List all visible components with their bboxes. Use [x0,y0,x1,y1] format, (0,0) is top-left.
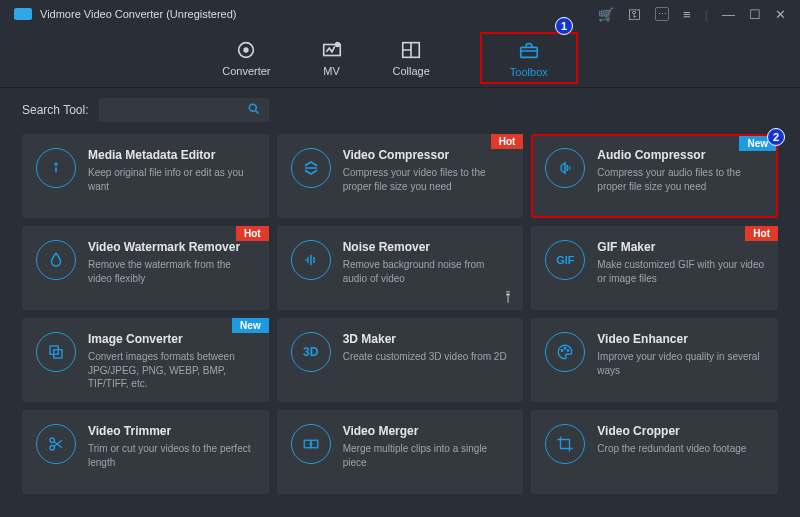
merge-icon [291,424,331,464]
card-desc: Remove the watermark from the video flex… [88,258,257,285]
feedback-icon[interactable]: ⋯ [655,7,669,21]
card-video-merger[interactable]: Video Merger Merge multiple clips into a… [277,410,524,494]
card-title: Video Cropper [597,424,766,438]
card-desc: Convert images formats between JPG/JPEG,… [88,350,257,388]
search-label: Search Tool: [22,103,89,117]
scroll-top-icon[interactable]: ⭱ [502,289,515,304]
svg-rect-5 [521,47,538,57]
card-desc: Remove background noise from audio of vi… [343,258,512,285]
cart-icon[interactable]: 🛒 [598,7,614,22]
card-video-trimmer[interactable]: Video Trimmer Trim or cut your videos to… [22,410,269,494]
card-watermark-remover[interactable]: Hot Video Watermark Remover Remove the w… [22,226,269,310]
card-title: Video Merger [343,424,512,438]
tab-mv-label: MV [323,65,340,77]
card-title: Video Watermark Remover [88,240,257,254]
card-video-enhancer[interactable]: Video Enhancer Improve your video qualit… [531,318,778,402]
svg-point-1 [245,48,249,52]
svg-point-7 [55,163,57,165]
app-logo-icon [14,8,32,20]
tab-collage[interactable]: Collage [393,39,430,77]
image-swap-icon [36,332,76,372]
compress-icon [291,148,331,188]
audio-compress-icon [545,148,585,188]
card-desc: Compress your audio files to the proper … [597,166,766,193]
svg-point-12 [568,350,570,352]
key-icon[interactable]: ⚿ [628,7,641,22]
tab-toolbox-label: Toolbox [510,66,548,78]
palette-icon [545,332,585,372]
tab-mv[interactable]: MV [321,39,343,77]
svg-point-3 [335,42,339,46]
svg-point-14 [50,446,55,451]
card-desc: Improve your video quality in several wa… [597,350,766,377]
svg-point-10 [562,350,564,352]
svg-point-11 [565,348,567,350]
gif-icon: GIF [545,240,585,280]
app-title: Vidmore Video Converter (Unregistered) [40,8,236,20]
card-desc: Merge multiple clips into a single piece [343,442,512,469]
card-video-compressor[interactable]: Hot Video Compressor Compress your video… [277,134,524,218]
badge-hot: Hot [491,134,524,149]
menu-icon[interactable]: ≡ [683,7,691,22]
card-desc: Compress your video files to the proper … [343,166,512,193]
tab-collage-label: Collage [393,65,430,77]
card-title: Noise Remover [343,240,512,254]
card-noise-remover[interactable]: Noise Remover Remove background noise fr… [277,226,524,310]
card-desc: Trim or cut your videos to the perfect l… [88,442,257,469]
card-title: 3D Maker [343,332,512,346]
card-desc: Create customized 3D video from 2D [343,350,512,364]
svg-point-6 [249,104,256,111]
tools-grid: Media Metadata Editor Keep original file… [0,134,800,514]
close-icon[interactable]: ✕ [775,7,786,22]
badge-new: New [232,318,269,333]
waveform-icon [291,240,331,280]
card-title: Media Metadata Editor [88,148,257,162]
search-input[interactable] [107,104,247,116]
search-row: Search Tool: [0,88,800,134]
minimize-icon[interactable]: — [722,7,735,22]
card-desc: Keep original file info or edit as you w… [88,166,257,193]
card-title: Video Compressor [343,148,512,162]
tab-converter[interactable]: Converter [222,39,270,77]
annotation-2: 2 [767,128,785,146]
card-3d-maker[interactable]: 3D 3D Maker Create customized 3D video f… [277,318,524,402]
search-icon[interactable] [247,102,261,119]
svg-point-13 [50,438,55,443]
waterdrop-icon [36,240,76,280]
card-title: Image Converter [88,332,257,346]
titlebar: Vidmore Video Converter (Unregistered) 🛒… [0,0,800,28]
card-title: GIF Maker [597,240,766,254]
card-gif-maker[interactable]: Hot GIF GIF Maker Make customized GIF wi… [531,226,778,310]
tab-converter-label: Converter [222,65,270,77]
card-audio-compressor[interactable]: New Audio Compressor Compress your audio… [531,134,778,218]
card-video-cropper[interactable]: Video Cropper Crop the redundant video f… [531,410,778,494]
card-desc: Crop the redundant video footage [597,442,766,456]
card-title: Video Trimmer [88,424,257,438]
card-desc: Make customized GIF with your video or i… [597,258,766,285]
3d-icon: 3D [291,332,331,372]
search-box[interactable] [99,98,269,122]
badge-hot: Hot [745,226,778,241]
card-image-converter[interactable]: New Image Converter Convert images forma… [22,318,269,402]
badge-hot: Hot [236,226,269,241]
annotation-1: 1 [555,17,573,35]
scissors-icon [36,424,76,464]
window-controls: 🛒 ⚿ ⋯ ≡ | — ☐ ✕ [598,7,786,22]
card-media-metadata-editor[interactable]: Media Metadata Editor Keep original file… [22,134,269,218]
info-icon [36,148,76,188]
maximize-icon[interactable]: ☐ [749,7,761,22]
crop-icon [545,424,585,464]
card-title: Video Enhancer [597,332,766,346]
main-tabs: Converter MV Collage Toolbox [0,28,800,88]
tab-toolbox[interactable]: Toolbox [480,32,578,84]
